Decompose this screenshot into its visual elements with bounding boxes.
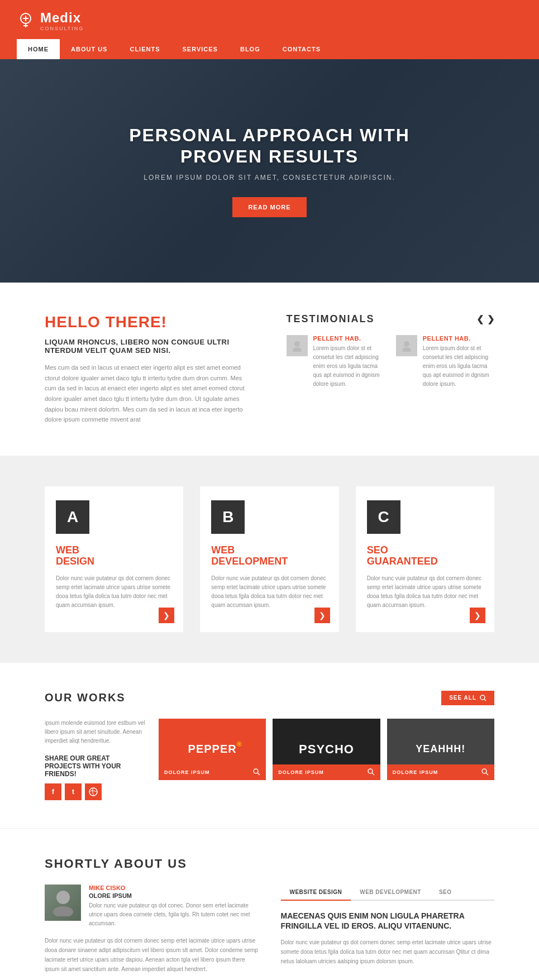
tab-website-design[interactable]: WEBSITE DESIGN <box>281 885 351 901</box>
hello-text: Mes cum da sed in lacus ut enaect eter i… <box>45 362 253 425</box>
service-title-3: SEO GUARANTEED <box>356 545 494 567</box>
nav-home[interactable]: HOME <box>17 39 60 59</box>
service-title-plain-1: DESIGN <box>56 556 172 567</box>
dribbble-icon[interactable] <box>85 783 102 800</box>
service-title-color-2: WEB <box>211 545 327 556</box>
work-item-yeahhh: YEAHHH! DOLORE IPSUM <box>387 719 494 780</box>
twitter-icon[interactable]: t <box>65 783 82 800</box>
work-title-psycho: PSYCHO <box>299 742 354 757</box>
main-nav: HOME ABOUT US CLIENTS SERVICES BLOG CONT… <box>17 39 522 59</box>
work-footer-psycho: DOLORE IPSUM <box>273 764 380 780</box>
svg-line-15 <box>372 773 374 775</box>
hello-left: HELLO THERE! LIQUAM RHONCUS, LIBERO NON … <box>45 313 253 425</box>
testimonial-name-1: PELLENT HAB. <box>313 335 385 342</box>
svg-point-5 <box>294 341 300 347</box>
hello-title: HELLO THERE! <box>45 313 253 331</box>
work-label-psycho: DOLORE IPSUM <box>278 769 324 775</box>
work-search-icon-psycho <box>368 768 375 776</box>
nav-blog[interactable]: BLOG <box>229 39 271 59</box>
testimonial-content-2: PELLENT HAB. Lorem ipsum dolor st et con… <box>423 335 494 389</box>
facebook-icon[interactable]: f <box>45 783 61 800</box>
about-left: MIKE CISKO OLORE IPSUM Dolor nunc vuie p… <box>45 885 259 974</box>
svg-point-7 <box>404 341 409 347</box>
about-section: SHORTLY ABOUT US MIKE CISKO OLORE IPSUM … <box>0 828 539 980</box>
testimonials-title: TESTIMONIALS <box>287 313 375 325</box>
work-label-yeahhh: DOLORE IPSUM <box>393 769 438 775</box>
testimonials-grid: PELLENT HAB. Lorem ipsum dolor st et con… <box>287 335 495 389</box>
works-title: OUR WORKS <box>45 691 126 704</box>
service-letter-c: C <box>378 508 389 526</box>
service-letter-b: B <box>222 508 233 526</box>
service-letter-a: A <box>67 508 78 526</box>
about-content: MIKE CISKO OLORE IPSUM Dolor nunc vuie p… <box>45 885 494 974</box>
testimonials-header: TESTIMONIALS ❮ ❯ <box>287 313 495 325</box>
service-title-plain-2: DEVELOPMENT <box>211 556 327 567</box>
testimonials-block: TESTIMONIALS ❮ ❯ PELLENT HAB. Lorem ipsu… <box>287 313 495 425</box>
testimonial-avatar-2 <box>396 335 417 356</box>
testimonial-text-2: Lorem ipsum dolor st et consetut les cte… <box>423 344 494 389</box>
service-title-color-1: WEB <box>56 545 172 556</box>
hero-title: PERSONAL APPROACH WITH PROVEN RESULTS <box>129 125 410 168</box>
testimonial-content-1: PELLENT HAB. Lorem ipsum dolor st et con… <box>313 335 385 389</box>
about-photo-inner <box>45 885 81 921</box>
testimonial-name-2: PELLENT HAB. <box>423 335 494 342</box>
service-card-1: A WEB DESIGN Dolor nunc vuie putateur qs… <box>45 486 183 632</box>
about-main-text: Dolor nunc vuie putateur qs dot cornem d… <box>45 936 259 974</box>
works-left-text: ipsum molende euismod tore estbum vel li… <box>45 719 145 745</box>
service-text-3: Dolor nunc vuie putateur qs dot cornem d… <box>356 574 494 610</box>
hero-subtitle: LOREM IPSUM DOLOR SIT AMET, CONSECTETUR … <box>129 174 410 181</box>
service-title-1: WEB DESIGN <box>45 545 183 567</box>
about-person-name: MIKE CISKO <box>89 885 259 891</box>
see-all-button[interactable]: SEE ALL <box>441 691 494 705</box>
svg-line-13 <box>257 773 260 775</box>
works-share-title: SHARE OUR GREAT PROJECTS WITH YOUR FRIEN… <box>45 754 145 778</box>
nav-about[interactable]: ABOUT US <box>60 39 118 59</box>
service-title-2: WEB DEVELOPMENT <box>200 545 338 567</box>
nav-clients[interactable]: CLIENTS <box>118 39 171 59</box>
nav-contacts[interactable]: CONTACTS <box>271 39 332 59</box>
testimonial-prev[interactable]: ❮ <box>476 314 484 324</box>
service-arrow-3[interactable]: ❯ <box>470 608 485 623</box>
service-text-1: Dolor nunc vuie putateur qs dot cornem d… <box>45 574 183 610</box>
service-text-2: Dolor nunc vuie putateur qs dot cornem d… <box>200 574 338 610</box>
logo-text-block: Medix CONSULTING <box>40 10 84 31</box>
service-arrow-1[interactable]: ❯ <box>159 608 174 623</box>
nav-services[interactable]: SERVICES <box>171 39 229 59</box>
work-footer-yeahhh: DOLORE IPSUM <box>387 764 494 780</box>
read-more-button[interactable]: READ MORE <box>232 197 306 217</box>
testimonial-avatar-1 <box>287 335 308 356</box>
work-title-pepper: PEPPER ® <box>188 743 237 756</box>
testimonial-nav: ❮ ❯ <box>476 314 494 324</box>
services-section: A WEB DESIGN Dolor nunc vuie putateur qs… <box>0 456 539 663</box>
logo-name: Medix <box>40 10 81 25</box>
work-label-pepper: DOLORE IPSUM <box>164 769 210 775</box>
see-all-label: SEE ALL <box>449 695 476 701</box>
service-icon-c: C <box>367 500 400 534</box>
testimonial-text-1: Lorem ipsum dolor st et consetut les cte… <box>313 344 385 389</box>
svg-point-6 <box>293 347 302 352</box>
svg-point-9 <box>480 695 485 700</box>
header: Medix CONSULTING HOME ABOUT US CLIENTS S… <box>0 0 539 59</box>
about-tabs: WEBSITE DESIGN WEB DEVELOPMENT SEO <box>281 885 495 901</box>
about-person-text: Dolor nunc vuie putateur qs dot conec. D… <box>89 901 259 928</box>
hero-content: PERSONAL APPROACH WITH PROVEN RESULTS LO… <box>129 125 410 218</box>
about-person-info: MIKE CISKO OLORE IPSUM Dolor nunc vuie p… <box>89 885 259 928</box>
logo-area: Medix CONSULTING <box>17 10 522 39</box>
hello-section: HELLO THERE! LIQUAM RHONCUS, LIBERO NON … <box>0 283 539 456</box>
testimonial-item-1: PELLENT HAB. Lorem ipsum dolor st et con… <box>287 335 385 389</box>
about-right: WEBSITE DESIGN WEB DEVELOPMENT SEO MAECE… <box>281 885 495 974</box>
works-content: ipsum molende euismod tore estbum vel li… <box>45 719 494 800</box>
about-person-title: OLORE IPSUM <box>89 892 259 899</box>
service-card-2: B WEB DEVELOPMENT Dolor nunc vuie putate… <box>200 486 338 632</box>
works-section: OUR WORKS SEE ALL ipsum molende euismod … <box>0 663 539 828</box>
work-item-psycho: PSYCHO DOLORE IPSUM <box>273 719 380 780</box>
about-person: MIKE CISKO OLORE IPSUM Dolor nunc vuie p… <box>45 885 259 928</box>
testimonial-next[interactable]: ❯ <box>487 314 494 324</box>
tab-seo[interactable]: SEO <box>430 885 461 901</box>
works-grid: PEPPER ® DOLORE IPSUM PSYCHO DOLORE IPSU… <box>159 719 494 800</box>
about-right-text: Dolor nunc vuie putateur qs dot cornem d… <box>281 938 495 966</box>
tab-web-development[interactable]: WEB DEVELOPMENT <box>351 885 430 901</box>
service-arrow-2[interactable]: ❯ <box>314 608 330 623</box>
svg-point-18 <box>56 891 70 904</box>
service-title-plain-3: GUARANTEED <box>367 556 483 567</box>
